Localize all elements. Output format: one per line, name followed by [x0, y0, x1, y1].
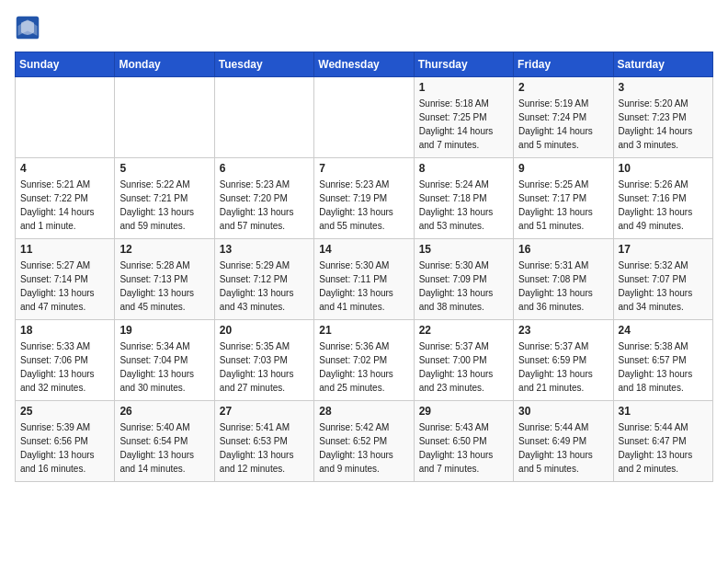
calendar-cell: 10Sunrise: 5:26 AM Sunset: 7:16 PM Dayli… [613, 158, 712, 239]
day-number: 8 [419, 162, 508, 175]
day-number: 18 [20, 324, 109, 337]
calendar-table: SundayMondayTuesdayWednesdayThursdayFrid… [15, 52, 713, 482]
calendar-cell [314, 77, 414, 158]
day-number: 14 [319, 243, 408, 256]
calendar-cell: 18Sunrise: 5:33 AM Sunset: 7:06 PM Dayli… [16, 320, 115, 401]
calendar-cell: 22Sunrise: 5:37 AM Sunset: 7:00 PM Dayli… [414, 320, 513, 401]
calendar-week-row: 1Sunrise: 5:18 AM Sunset: 7:25 PM Daylig… [16, 77, 713, 158]
day-number: 21 [319, 324, 408, 337]
calendar-cell: 19Sunrise: 5:34 AM Sunset: 7:04 PM Dayli… [115, 320, 214, 401]
day-info: Sunrise: 5:39 AM Sunset: 6:56 PM Dayligh… [20, 420, 109, 476]
calendar-cell [16, 77, 115, 158]
day-info: Sunrise: 5:38 AM Sunset: 6:57 PM Dayligh… [619, 339, 708, 395]
day-number: 16 [518, 243, 608, 256]
day-info: Sunrise: 5:21 AM Sunset: 7:22 PM Dayligh… [20, 178, 109, 233]
day-info: Sunrise: 5:40 AM Sunset: 6:54 PM Dayligh… [119, 420, 209, 476]
day-number: 2 [518, 81, 608, 94]
calendar-cell [115, 77, 214, 158]
weekday-header: Thursday [414, 52, 513, 77]
day-number: 24 [619, 324, 708, 337]
calendar-cell: 8Sunrise: 5:24 AM Sunset: 7:18 PM Daylig… [414, 158, 513, 239]
day-number: 25 [20, 405, 109, 418]
day-number: 3 [619, 81, 708, 94]
calendar-cell: 1Sunrise: 5:18 AM Sunset: 7:25 PM Daylig… [414, 77, 513, 158]
day-info: Sunrise: 5:23 AM Sunset: 7:19 PM Dayligh… [319, 178, 408, 233]
day-number: 1 [419, 81, 508, 94]
calendar-cell: 26Sunrise: 5:40 AM Sunset: 6:54 PM Dayli… [115, 401, 214, 482]
calendar-cell: 20Sunrise: 5:35 AM Sunset: 7:03 PM Dayli… [214, 320, 313, 401]
day-info: Sunrise: 5:20 AM Sunset: 7:23 PM Dayligh… [619, 97, 708, 152]
calendar-cell [214, 77, 313, 158]
weekday-header: Sunday [16, 52, 115, 77]
day-info: Sunrise: 5:42 AM Sunset: 6:52 PM Dayligh… [319, 420, 408, 476]
day-info: Sunrise: 5:25 AM Sunset: 7:17 PM Dayligh… [518, 178, 608, 233]
day-number: 12 [119, 243, 209, 256]
calendar-cell: 9Sunrise: 5:25 AM Sunset: 7:17 PM Daylig… [514, 158, 613, 239]
day-info: Sunrise: 5:26 AM Sunset: 7:16 PM Dayligh… [619, 178, 708, 233]
calendar-cell: 16Sunrise: 5:31 AM Sunset: 7:08 PM Dayli… [514, 239, 613, 320]
weekday-header: Wednesday [314, 52, 414, 77]
calendar-week-row: 4Sunrise: 5:21 AM Sunset: 7:22 PM Daylig… [16, 158, 713, 239]
calendar-week-row: 18Sunrise: 5:33 AM Sunset: 7:06 PM Dayli… [16, 320, 713, 401]
calendar-cell: 7Sunrise: 5:23 AM Sunset: 7:19 PM Daylig… [314, 158, 414, 239]
day-info: Sunrise: 5:43 AM Sunset: 6:50 PM Dayligh… [419, 420, 508, 476]
day-number: 20 [220, 324, 309, 337]
day-info: Sunrise: 5:44 AM Sunset: 6:49 PM Dayligh… [518, 420, 608, 476]
calendar-cell: 11Sunrise: 5:27 AM Sunset: 7:14 PM Dayli… [16, 239, 115, 320]
day-info: Sunrise: 5:29 AM Sunset: 7:12 PM Dayligh… [220, 259, 309, 314]
day-number: 26 [119, 405, 209, 418]
calendar-cell: 4Sunrise: 5:21 AM Sunset: 7:22 PM Daylig… [16, 158, 115, 239]
logo-icon [15, 15, 40, 40]
day-number: 11 [20, 243, 109, 256]
calendar-cell: 3Sunrise: 5:20 AM Sunset: 7:23 PM Daylig… [613, 77, 712, 158]
calendar-week-row: 11Sunrise: 5:27 AM Sunset: 7:14 PM Dayli… [16, 239, 713, 320]
weekday-header: Friday [514, 52, 613, 77]
calendar-cell: 17Sunrise: 5:32 AM Sunset: 7:07 PM Dayli… [613, 239, 712, 320]
calendar-cell: 28Sunrise: 5:42 AM Sunset: 6:52 PM Dayli… [314, 401, 414, 482]
day-info: Sunrise: 5:27 AM Sunset: 7:14 PM Dayligh… [20, 259, 109, 314]
calendar-week-row: 25Sunrise: 5:39 AM Sunset: 6:56 PM Dayli… [16, 401, 713, 482]
calendar-cell: 29Sunrise: 5:43 AM Sunset: 6:50 PM Dayli… [414, 401, 513, 482]
day-number: 9 [518, 162, 608, 175]
day-info: Sunrise: 5:44 AM Sunset: 6:47 PM Dayligh… [619, 420, 708, 476]
calendar-cell: 27Sunrise: 5:41 AM Sunset: 6:53 PM Dayli… [214, 401, 313, 482]
day-info: Sunrise: 5:33 AM Sunset: 7:06 PM Dayligh… [20, 339, 109, 395]
calendar-cell: 12Sunrise: 5:28 AM Sunset: 7:13 PM Dayli… [115, 239, 214, 320]
day-info: Sunrise: 5:24 AM Sunset: 7:18 PM Dayligh… [419, 178, 508, 233]
day-info: Sunrise: 5:22 AM Sunset: 7:21 PM Dayligh… [119, 178, 209, 233]
calendar-body: 1Sunrise: 5:18 AM Sunset: 7:25 PM Daylig… [16, 77, 713, 482]
weekday-header: Saturday [613, 52, 712, 77]
calendar-cell: 23Sunrise: 5:37 AM Sunset: 6:59 PM Dayli… [514, 320, 613, 401]
day-number: 28 [319, 405, 408, 418]
day-info: Sunrise: 5:23 AM Sunset: 7:20 PM Dayligh… [220, 178, 309, 233]
day-info: Sunrise: 5:32 AM Sunset: 7:07 PM Dayligh… [619, 259, 708, 314]
day-number: 6 [220, 162, 309, 175]
day-info: Sunrise: 5:37 AM Sunset: 7:00 PM Dayligh… [419, 339, 508, 395]
day-info: Sunrise: 5:37 AM Sunset: 6:59 PM Dayligh… [518, 339, 608, 395]
day-number: 10 [619, 162, 708, 175]
day-info: Sunrise: 5:30 AM Sunset: 7:11 PM Dayligh… [319, 259, 408, 314]
day-info: Sunrise: 5:28 AM Sunset: 7:13 PM Dayligh… [119, 259, 209, 314]
day-number: 17 [619, 243, 708, 256]
calendar-header: SundayMondayTuesdayWednesdayThursdayFrid… [16, 52, 713, 77]
calendar-cell: 31Sunrise: 5:44 AM Sunset: 6:47 PM Dayli… [613, 401, 712, 482]
day-info: Sunrise: 5:18 AM Sunset: 7:25 PM Dayligh… [419, 97, 508, 152]
day-number: 30 [518, 405, 608, 418]
day-info: Sunrise: 5:30 AM Sunset: 7:09 PM Dayligh… [419, 259, 508, 314]
day-info: Sunrise: 5:36 AM Sunset: 7:02 PM Dayligh… [319, 339, 408, 395]
day-info: Sunrise: 5:34 AM Sunset: 7:04 PM Dayligh… [119, 339, 209, 395]
weekday-header: Tuesday [214, 52, 313, 77]
day-info: Sunrise: 5:35 AM Sunset: 7:03 PM Dayligh… [220, 339, 309, 395]
day-number: 7 [319, 162, 408, 175]
day-number: 13 [220, 243, 309, 256]
page-header [15, 15, 713, 40]
calendar-cell: 13Sunrise: 5:29 AM Sunset: 7:12 PM Dayli… [214, 239, 313, 320]
day-number: 27 [220, 405, 309, 418]
day-number: 5 [119, 162, 209, 175]
day-info: Sunrise: 5:19 AM Sunset: 7:24 PM Dayligh… [518, 97, 608, 152]
day-number: 31 [619, 405, 708, 418]
day-number: 4 [20, 162, 109, 175]
logo [15, 15, 44, 40]
day-info: Sunrise: 5:31 AM Sunset: 7:08 PM Dayligh… [518, 259, 608, 314]
day-number: 19 [119, 324, 209, 337]
